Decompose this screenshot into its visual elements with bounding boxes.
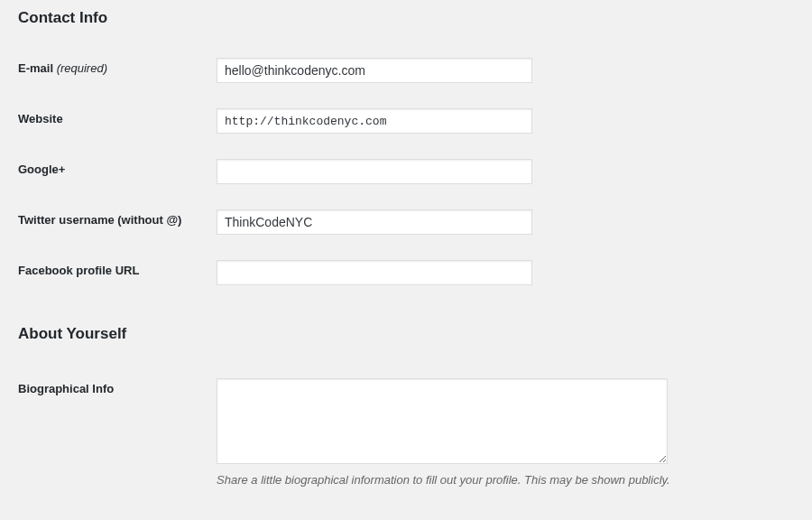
googleplus-field[interactable] [217, 159, 532, 184]
email-row: E-mail (required) [18, 45, 794, 96]
email-label: E-mail (required) [18, 45, 217, 96]
email-field[interactable] [217, 58, 532, 83]
email-required-text: (required) [57, 61, 107, 75]
twitter-row: Twitter username (without @) [18, 197, 794, 247]
bio-textarea[interactable] [217, 378, 668, 464]
googleplus-row: Google+ [18, 146, 794, 197]
facebook-label: Facebook profile URL [18, 247, 217, 298]
bio-label: Biographical Info [18, 366, 217, 499]
contact-info-table: E-mail (required) Website Google+ Twitte… [18, 45, 794, 298]
facebook-row: Facebook profile URL [18, 247, 794, 298]
about-yourself-heading: About Yourself [18, 325, 794, 343]
about-yourself-table: Biographical Info Share a little biograp… [18, 366, 794, 499]
twitter-label: Twitter username (without @) [18, 197, 217, 247]
contact-info-heading: Contact Info [18, 9, 794, 27]
bio-description: Share a little biographical information … [217, 473, 785, 487]
website-label: Website [18, 96, 217, 146]
website-field[interactable] [217, 108, 532, 134]
twitter-field[interactable] [217, 209, 532, 235]
facebook-field[interactable] [217, 260, 532, 285]
email-label-text: E-mail [18, 61, 57, 75]
googleplus-label: Google+ [18, 146, 217, 197]
website-row: Website [18, 96, 794, 146]
bio-row: Biographical Info Share a little biograp… [18, 366, 794, 499]
